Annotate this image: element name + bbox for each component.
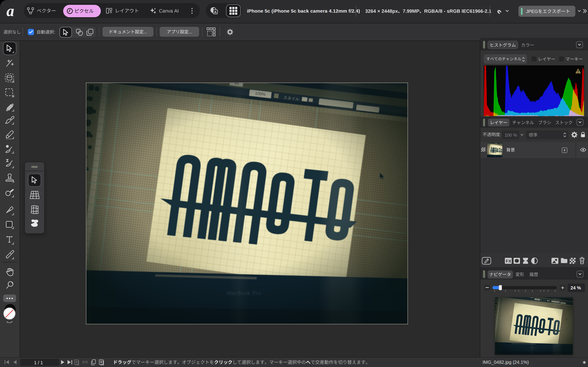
svg-text:A: A [214, 10, 216, 14]
